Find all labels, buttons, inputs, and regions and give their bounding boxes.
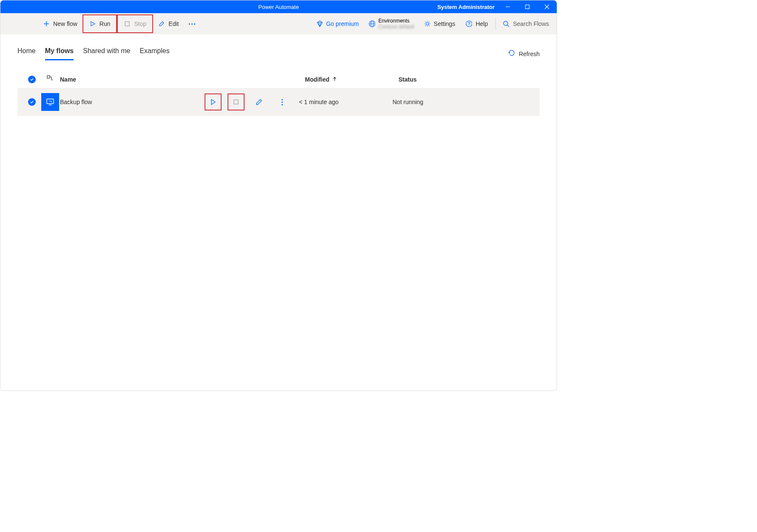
tab-examples[interactable]: Examples xyxy=(139,47,169,60)
go-premium-label: Go premium xyxy=(326,20,359,27)
tab-shared[interactable]: Shared with me xyxy=(83,47,130,60)
stop-icon xyxy=(124,20,131,27)
close-button[interactable] xyxy=(537,0,557,13)
column-modified[interactable]: Modified xyxy=(305,76,398,83)
tab-my-flows[interactable]: My flows xyxy=(45,47,74,60)
refresh-icon xyxy=(508,49,515,58)
gear-icon xyxy=(424,20,430,27)
svg-rect-1 xyxy=(526,5,529,9)
search-input[interactable]: Search Flows xyxy=(498,20,553,27)
help-label: Help xyxy=(475,20,488,27)
svg-marker-19 xyxy=(211,99,215,105)
select-all-checkbox[interactable] xyxy=(28,76,36,83)
run-button[interactable]: Run xyxy=(84,17,116,31)
run-label: Run xyxy=(100,20,111,27)
flow-status: Not running xyxy=(393,99,534,105)
pencil-icon xyxy=(158,20,165,27)
settings-button[interactable]: Settings xyxy=(418,17,461,31)
svg-rect-20 xyxy=(234,100,238,104)
divider xyxy=(495,18,496,30)
tab-home[interactable]: Home xyxy=(17,47,36,60)
diamond-icon xyxy=(316,20,323,27)
stop-highlight: Stop xyxy=(117,14,153,33)
search-placeholder: Search Flows xyxy=(513,20,549,27)
flow-type-icon xyxy=(46,75,54,84)
new-flow-label: New flow xyxy=(53,20,77,27)
help-button[interactable]: Help xyxy=(460,17,493,31)
svg-point-14 xyxy=(504,21,508,25)
user-name: System Administrator xyxy=(437,4,495,10)
refresh-label: Refresh xyxy=(519,51,540,57)
svg-point-11 xyxy=(426,23,429,25)
environment-name: Contoso default xyxy=(378,24,414,30)
column-name[interactable]: Name xyxy=(60,76,305,83)
more-button[interactable] xyxy=(184,17,200,31)
svg-marker-6 xyxy=(91,22,95,26)
minimize-button[interactable] xyxy=(498,0,518,13)
flow-modified: < 1 minute ago xyxy=(299,99,393,105)
content: Home My flows Shared with me Examples Re… xyxy=(0,34,557,116)
tabs: Home My flows Shared with me Examples xyxy=(17,47,170,60)
stop-button[interactable]: Stop xyxy=(119,17,151,31)
run-highlight: Run xyxy=(83,14,117,33)
svg-point-13 xyxy=(469,25,470,26)
stop-icon xyxy=(233,99,239,105)
table-header: Name Modified Status xyxy=(17,71,540,88)
titlebar: Power Automate System Administrator xyxy=(0,0,557,13)
app-title: Power Automate xyxy=(258,4,299,10)
row-checkbox[interactable] xyxy=(28,98,36,106)
more-icon xyxy=(189,23,195,25)
search-icon xyxy=(503,20,509,27)
maximize-icon xyxy=(525,4,530,9)
new-flow-button[interactable]: New flow xyxy=(38,17,83,31)
refresh-button[interactable]: Refresh xyxy=(508,49,540,58)
globe-icon xyxy=(368,20,375,27)
play-icon xyxy=(210,99,216,105)
environments-label: Environments xyxy=(378,18,414,24)
help-icon xyxy=(465,20,472,27)
pencil-icon xyxy=(255,98,263,106)
check-icon xyxy=(30,100,34,104)
row-run-button[interactable] xyxy=(205,93,222,110)
stop-label: Stop xyxy=(134,20,146,27)
column-status[interactable]: Status xyxy=(398,76,534,83)
play-icon xyxy=(89,20,96,27)
environment-selector[interactable]: Environments Contoso default xyxy=(364,18,418,30)
sort-arrow-up-icon xyxy=(332,76,337,83)
go-premium-button[interactable]: Go premium xyxy=(311,17,364,31)
settings-label: Settings xyxy=(434,20,455,27)
more-vertical-icon xyxy=(282,99,283,105)
minimize-icon xyxy=(505,4,510,9)
edit-button[interactable]: Edit xyxy=(153,17,184,31)
svg-rect-7 xyxy=(125,22,129,26)
row-more-button[interactable] xyxy=(273,93,290,110)
check-icon xyxy=(30,77,34,82)
desktop-flow-icon xyxy=(41,93,59,111)
svg-rect-16 xyxy=(47,76,50,78)
maximize-button[interactable] xyxy=(518,0,537,13)
toolbar: New flow Run Stop Edit Go premium xyxy=(0,13,557,34)
close-icon xyxy=(544,4,549,9)
svg-line-15 xyxy=(507,25,509,27)
edit-label: Edit xyxy=(168,20,179,27)
row-stop-button[interactable] xyxy=(228,93,245,110)
row-edit-button[interactable] xyxy=(250,93,268,110)
flow-name: Backup flow xyxy=(60,99,205,105)
plus-icon xyxy=(43,20,50,27)
table-row[interactable]: Backup flow < 1 minute ago Not running xyxy=(17,88,540,116)
